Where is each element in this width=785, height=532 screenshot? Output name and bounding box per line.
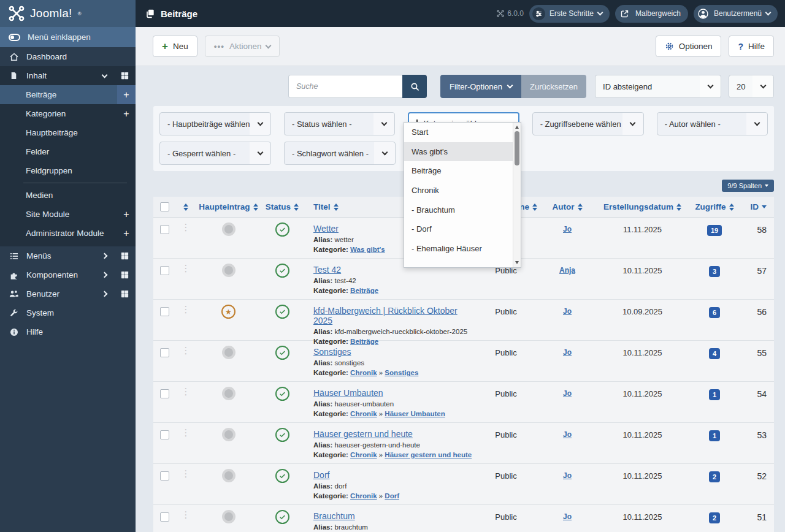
dropdown-option[interactable]: - Ehemalige Häuser xyxy=(404,239,513,259)
unfeatured-circle-icon[interactable] xyxy=(222,510,236,523)
column-header-zugriffe[interactable]: Zugriffe xyxy=(690,202,739,211)
featured-star-icon[interactable]: ★ xyxy=(221,305,236,319)
sidebar-item-dashboard[interactable]: Dashboard xyxy=(0,47,136,66)
sidebar-collapse-toggle[interactable]: Menü einklappen xyxy=(0,27,136,47)
add-site-module-button[interactable]: + xyxy=(117,209,136,220)
category-link[interactable]: Was gibt's xyxy=(350,246,385,253)
search-button[interactable] xyxy=(402,75,427,98)
add-article-button[interactable]: + xyxy=(117,85,136,104)
sidebar-item-system[interactable]: System xyxy=(0,303,136,322)
author-link[interactable]: Jo xyxy=(563,430,572,439)
published-check-icon[interactable] xyxy=(275,510,289,524)
sidebar-item-medien[interactable]: Medien xyxy=(0,186,136,205)
author-link[interactable]: Jo xyxy=(563,471,572,480)
subcategory-link[interactable]: Dorf xyxy=(385,492,399,500)
published-check-icon[interactable] xyxy=(275,428,289,442)
scroll-up-arrow-icon[interactable] xyxy=(515,126,519,129)
select-all-checkbox[interactable] xyxy=(153,202,175,211)
dropdown-option[interactable]: - Brauchtum xyxy=(404,200,513,219)
add-admin-module-button[interactable]: + xyxy=(117,228,136,239)
column-header-erstellungsdatum[interactable]: Erstellungsdatum xyxy=(595,202,690,211)
scroll-down-arrow-icon[interactable] xyxy=(515,261,519,264)
menus-dashboard-grid-icon[interactable] xyxy=(120,251,129,260)
article-title-link[interactable]: kfd-Malbergweich | Rückblick Oktober 202… xyxy=(313,306,472,325)
category-link[interactable]: Chronik xyxy=(350,492,377,500)
drag-handle[interactable]: ⋮ xyxy=(175,464,196,478)
category-link[interactable]: Beiträge xyxy=(350,287,378,294)
author-link[interactable]: Anja xyxy=(559,266,575,275)
author-link[interactable]: Jo xyxy=(563,348,572,357)
sidebar-item-hauptbeitraege[interactable]: Hauptbeiträge xyxy=(0,123,136,142)
dropdown-option[interactable]: Start xyxy=(404,123,513,142)
published-check-icon[interactable] xyxy=(275,387,289,401)
article-title-link[interactable]: Brauchtum xyxy=(313,511,355,521)
subcategory-link[interactable]: Häuser Umbauten xyxy=(385,410,445,417)
sidebar-item-hilfe[interactable]: Hilfe xyxy=(0,322,136,341)
sidebar-item-komponenten[interactable]: Komponenten xyxy=(0,265,136,284)
sidebar-item-feldgruppen[interactable]: Feldgruppen xyxy=(0,161,136,180)
search-input[interactable]: Suche xyxy=(288,75,402,98)
category-link[interactable]: Chronik xyxy=(350,410,377,417)
row-checkbox[interactable] xyxy=(160,430,169,439)
column-header-haupteintrag[interactable]: Haupteintrag xyxy=(196,202,261,211)
author-link[interactable]: Jo xyxy=(563,225,572,234)
new-button[interactable]: + Neu xyxy=(153,36,197,57)
featured-filter-select[interactable]: - Hauptbeiträge wählen - xyxy=(159,112,271,135)
article-title-link[interactable]: Wetter xyxy=(313,224,339,234)
author-link[interactable]: Jo xyxy=(563,389,572,398)
dropdown-option[interactable]: Chronik xyxy=(404,181,513,200)
row-checkbox[interactable] xyxy=(160,512,169,522)
drag-handle[interactable]: ⋮ xyxy=(175,259,196,273)
drag-handle[interactable]: ⋮ xyxy=(175,218,196,232)
sidebar-item-kategorien[interactable]: Kategorien + xyxy=(0,104,136,123)
columns-toggle-button[interactable]: 9/9 Spalten xyxy=(722,180,774,192)
drag-handle[interactable]: ⋮ xyxy=(175,341,196,355)
user-menu[interactable]: Benutzermenü xyxy=(694,5,778,23)
actions-button[interactable]: ••• Aktionen xyxy=(205,36,280,57)
article-title-link[interactable]: Häuser Umbauten xyxy=(313,388,383,398)
category-link[interactable]: Chronik xyxy=(350,451,377,458)
sidebar-item-site-module[interactable]: Site Module + xyxy=(0,205,136,224)
subcategory-link[interactable]: Sonstiges xyxy=(385,369,418,376)
sidebar-item-benutzer[interactable]: Benutzer xyxy=(0,284,136,303)
article-title-link[interactable]: Test 42 xyxy=(313,265,341,275)
inhalt-dashboard-grid-icon[interactable] xyxy=(120,71,129,80)
unfeatured-circle-icon[interactable] xyxy=(222,469,236,482)
drag-handle[interactable]: ⋮ xyxy=(175,423,196,437)
author-link[interactable]: Jo xyxy=(563,307,572,316)
article-title-link[interactable]: Häuser gestern und heute xyxy=(313,429,413,439)
unfeatured-circle-icon[interactable] xyxy=(222,428,236,441)
drag-handle[interactable]: ⋮ xyxy=(175,300,196,314)
dropdown-option[interactable]: Beiträge xyxy=(404,161,513,181)
sidebar-item-felder[interactable]: Felder xyxy=(0,142,136,161)
options-button[interactable]: Optionen xyxy=(656,36,722,57)
published-check-icon[interactable] xyxy=(275,469,289,483)
row-checkbox[interactable] xyxy=(160,389,169,398)
row-checkbox[interactable] xyxy=(160,348,169,357)
unfeatured-circle-icon[interactable] xyxy=(222,346,236,359)
published-check-icon[interactable] xyxy=(275,264,289,278)
dropdown-option[interactable]: - Dorf xyxy=(404,219,513,239)
author-link[interactable]: Jo xyxy=(563,512,572,521)
article-title-link[interactable]: Dorf xyxy=(313,470,329,480)
help-button[interactable]: ? Hilfe xyxy=(729,36,774,57)
filter-options-button[interactable]: Filter-Optionen xyxy=(440,75,521,98)
drag-handle[interactable]: ⋮ xyxy=(175,382,196,396)
komponenten-dashboard-grid-icon[interactable] xyxy=(120,270,129,279)
row-checkbox[interactable] xyxy=(160,266,169,275)
reset-button[interactable]: Zurücksetzen xyxy=(521,75,586,98)
published-check-icon[interactable] xyxy=(275,305,289,319)
row-checkbox[interactable] xyxy=(160,307,169,316)
row-checkbox[interactable] xyxy=(160,471,169,481)
add-category-button[interactable]: + xyxy=(117,108,136,120)
category-link[interactable]: Chronik xyxy=(350,369,377,376)
sidebar-item-beitraege[interactable]: Beiträge + xyxy=(0,85,136,104)
dropdown-scrollbar[interactable] xyxy=(513,123,521,267)
sidebar-item-admin-module[interactable]: Administrator Module + xyxy=(0,224,136,243)
getting-started-menu[interactable]: Erste Schritte xyxy=(529,5,610,23)
scrollbar-thumb[interactable] xyxy=(515,131,519,165)
sort-select[interactable]: ID absteigend xyxy=(595,75,721,98)
tag-filter-select[interactable]: - Schlagwort wählen - xyxy=(284,142,396,165)
per-page-select[interactable]: 20 xyxy=(729,75,774,98)
sidebar-item-menus[interactable]: Menüs xyxy=(0,246,136,265)
